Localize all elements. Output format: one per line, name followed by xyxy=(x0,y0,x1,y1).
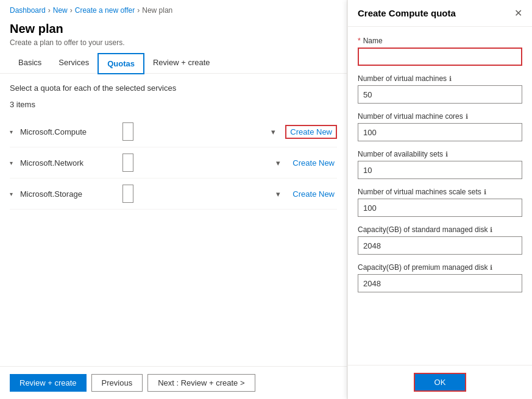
next-button[interactable]: Next : Review + create > xyxy=(147,374,255,392)
breadcrumb: Dashboard › New › Create a new offer › N… xyxy=(0,0,347,18)
label-vm-cores-text: Number of virtual machine cores xyxy=(358,112,463,121)
info-icon-vm-cores[interactable]: ℹ xyxy=(466,113,468,121)
required-star-name: * xyxy=(358,37,361,45)
chevron-storage[interactable]: ▾ xyxy=(10,191,13,197)
label-vm-scale-sets: Number of virtual machines scale sets ℹ xyxy=(358,188,522,196)
dropdown-wrapper-network xyxy=(122,154,285,172)
form-group-vm-scale-sets: Number of virtual machines scale sets ℹ xyxy=(358,188,522,217)
input-vms[interactable] xyxy=(358,85,522,104)
chevron-compute[interactable]: ▾ xyxy=(10,129,13,135)
input-standard-disk[interactable] xyxy=(358,236,522,255)
items-count: 3 items xyxy=(10,100,337,109)
label-name: * Name xyxy=(358,37,522,45)
input-vm-scale-sets[interactable] xyxy=(358,199,522,217)
tab-services[interactable]: Services xyxy=(50,53,98,73)
form-group-vm-cores: Number of virtual machine cores ℹ xyxy=(358,112,522,141)
input-vm-cores[interactable] xyxy=(358,123,522,141)
close-button[interactable]: ✕ xyxy=(514,7,522,19)
label-name-text: Name xyxy=(363,37,383,45)
label-availability-sets: Number of availability sets ℹ xyxy=(358,150,522,158)
form-group-standard-disk: Capacity(GB) of standard managed disk ℹ xyxy=(358,225,522,255)
dropdown-wrapper-storage xyxy=(122,185,285,203)
page-header: New plan Create a plan to offer to your … xyxy=(0,18,347,53)
create-new-storage[interactable]: Create New xyxy=(290,189,337,199)
service-dropdown-network[interactable] xyxy=(122,154,133,172)
tab-quotas[interactable]: Quotas xyxy=(98,53,144,74)
label-vm-cores: Number of virtual machine cores ℹ xyxy=(358,112,522,121)
sidebar-title: Create Compute quota xyxy=(358,8,456,18)
content-description: Select a quota for each of the selected … xyxy=(10,83,337,93)
label-standard-disk-text: Capacity(GB) of standard managed disk xyxy=(358,225,488,234)
breadcrumb-create-offer[interactable]: Create a new offer xyxy=(75,6,135,15)
info-icon-vm-scale-sets[interactable]: ℹ xyxy=(484,188,486,196)
footer: Review + create Previous Next : Review +… xyxy=(0,366,347,399)
service-dropdown-storage[interactable] xyxy=(122,185,133,203)
sidebar-panel: Create Compute quota ✕ * Name Number of … xyxy=(347,0,532,399)
form-group-premium-disk: Capacity(GB) of premium managed disk ℹ xyxy=(358,263,522,292)
label-premium-disk: Capacity(GB) of premium managed disk ℹ xyxy=(358,263,522,272)
form-group-name: * Name xyxy=(358,37,522,66)
label-vms-text: Number of virtual machines xyxy=(358,74,447,83)
breadcrumb-dashboard[interactable]: Dashboard xyxy=(10,6,46,15)
tab-review-create[interactable]: Review + create xyxy=(144,53,219,73)
content-area: Select a quota for each of the selected … xyxy=(0,74,347,366)
label-standard-disk: Capacity(GB) of standard managed disk ℹ xyxy=(358,225,522,234)
info-icon-standard-disk[interactable]: ℹ xyxy=(490,226,492,234)
info-icon-availability-sets[interactable]: ℹ xyxy=(445,150,448,158)
input-availability-sets[interactable] xyxy=(358,161,522,179)
info-icon-vms[interactable]: ℹ xyxy=(449,75,452,83)
create-new-compute[interactable]: Create New xyxy=(285,125,337,139)
input-name[interactable] xyxy=(358,48,522,66)
service-name-network: Microsoft.Network xyxy=(20,158,118,168)
input-premium-disk[interactable] xyxy=(358,274,522,292)
service-dropdown-compute[interactable] xyxy=(122,122,133,141)
tab-bar: Basics Services Quotas Review + create xyxy=(0,53,347,74)
review-create-button[interactable]: Review + create xyxy=(10,374,87,392)
page-subtitle: Create a plan to offer to your users. xyxy=(10,38,337,47)
sidebar-footer: OK xyxy=(348,365,532,399)
service-row-compute: ▾ Microsoft.Compute Create New xyxy=(10,116,337,147)
chevron-network[interactable]: ▾ xyxy=(10,160,13,166)
label-premium-disk-text: Capacity(GB) of premium managed disk xyxy=(358,263,488,272)
ok-button[interactable]: OK xyxy=(414,373,467,392)
service-name-storage: Microsoft.Storage xyxy=(20,189,118,199)
form-group-availability-sets: Number of availability sets ℹ xyxy=(358,150,522,179)
form-group-vms: Number of virtual machines ℹ xyxy=(358,74,522,104)
label-vms: Number of virtual machines ℹ xyxy=(358,74,522,83)
service-row-storage: ▾ Microsoft.Storage Create New xyxy=(10,178,337,210)
sidebar-content: * Name Number of virtual machines ℹ Numb… xyxy=(348,27,532,365)
breadcrumb-current: New plan xyxy=(142,6,172,15)
create-new-network[interactable]: Create New xyxy=(290,158,337,168)
sidebar-header: Create Compute quota ✕ xyxy=(348,0,532,27)
info-icon-premium-disk[interactable]: ℹ xyxy=(490,264,492,272)
label-vm-scale-sets-text: Number of virtual machines scale sets xyxy=(358,188,481,196)
tab-basics[interactable]: Basics xyxy=(10,53,50,73)
label-availability-sets-text: Number of availability sets xyxy=(358,150,443,158)
page-title: New plan xyxy=(10,22,337,36)
breadcrumb-new[interactable]: New xyxy=(53,6,68,15)
dropdown-wrapper-compute xyxy=(122,122,280,141)
service-row-network: ▾ Microsoft.Network Create New xyxy=(10,147,337,178)
previous-button[interactable]: Previous xyxy=(91,374,143,392)
service-name-compute: Microsoft.Compute xyxy=(20,127,118,136)
